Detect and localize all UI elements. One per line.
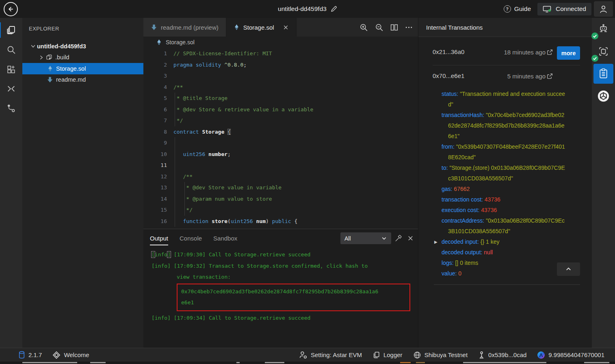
transaction-row[interactable]: 0x70...e6e15 minutes ago	[433, 65, 580, 89]
monitor-connected-icon	[543, 5, 552, 13]
right-activity-bar	[592, 18, 615, 348]
output-tab-sandbox[interactable]: Sandbox	[213, 235, 237, 242]
ide-window: untitled-dd459fd3 ? Guide Connected	[0, 0, 615, 364]
detail-row-logs: logs: [] 0 items	[442, 258, 566, 268]
code-text: function store(uint256 num) public {	[173, 216, 297, 227]
rename-pencil-icon[interactable]	[330, 6, 337, 13]
tree-item-readme-md[interactable]: readme.md	[22, 74, 143, 86]
transaction-time: 18 minutes ago	[477, 49, 546, 56]
openai-button[interactable]	[593, 86, 613, 106]
status-setting[interactable]: Setting: Astar EVM	[299, 351, 362, 359]
tree-item-Storage-sol[interactable]: Storage.sol	[22, 63, 143, 74]
wallet-pin-icon	[478, 351, 485, 359]
left-activity-bar	[0, 18, 22, 348]
log-filter-select[interactable]: All	[340, 232, 391, 244]
status-welcome[interactable]: Welcome	[52, 351, 89, 359]
transactions-panel: Internal Transactions 0x21...36a018 minu…	[418, 18, 592, 348]
indent-guide	[175, 216, 175, 227]
connected-button[interactable]: Connected	[537, 3, 591, 15]
tab-readme-md-preview-[interactable]: readme.md (preview)	[143, 18, 226, 37]
line-number: 14	[143, 193, 173, 205]
collapse-panels-button[interactable]	[0, 79, 22, 98]
split-editor-icon[interactable]	[390, 23, 398, 32]
status-label: Setting: Astar EVM	[311, 351, 362, 358]
detail-row-execution-cost: execution cost: 43736	[442, 205, 566, 215]
search-button[interactable]	[0, 40, 22, 59]
explorer-button[interactable]	[0, 20, 22, 40]
clipboard-icon	[598, 68, 609, 80]
line-number: 7	[143, 115, 173, 126]
status-label: 9.998564047670001	[548, 351, 604, 358]
status-version[interactable]: 2.1.7	[18, 351, 42, 359]
collapse-details-button[interactable]	[557, 262, 580, 276]
close-tab-icon[interactable]	[283, 24, 289, 30]
zoom-out-icon[interactable]	[375, 23, 384, 32]
transactions-button[interactable]	[593, 64, 613, 84]
status-network[interactable]: Shibuya Testnet	[413, 351, 468, 359]
editor-tabstrip: readme.md (preview)Storage.sol	[143, 18, 418, 37]
expander-triangle-icon[interactable]: ▶	[434, 237, 437, 247]
external-link-icon[interactable]	[546, 73, 553, 80]
git-button[interactable]	[0, 98, 22, 118]
output-panel: OutputConsoleSandbox All [info] [17:09:3…	[143, 229, 418, 348]
astar-token-icon	[537, 351, 545, 359]
transaction-details: status: "Transaction mined and execution…	[442, 89, 566, 279]
compile-button[interactable]	[593, 41, 613, 61]
help-icon: ?	[504, 5, 511, 13]
readme-file-icon	[151, 24, 157, 30]
indent-guide	[175, 182, 175, 193]
more-actions-icon[interactable]	[405, 23, 413, 32]
plugins-button[interactable]	[0, 59, 22, 79]
detail-row-to: to: "Storage.(store) 0x0130a06B28f0C89b0…	[442, 162, 566, 184]
transaction-hash-short[interactable]: 0x21...36a0	[433, 48, 464, 55]
log-line: [info] [17:09:32] Transact to Storage.st…	[152, 260, 418, 272]
file-tree: untitled-dd459fd3.buildStorage.solreadme…	[22, 41, 143, 85]
external-link-icon[interactable]	[546, 49, 553, 56]
back-button[interactable]	[4, 2, 18, 16]
status-logger[interactable]: Logger	[372, 351, 403, 359]
statusbar: 2.1.7Welcome Setting: Astar EVMLoggerShi…	[0, 348, 615, 362]
tree-item--build[interactable]: .build	[22, 52, 143, 63]
breadcrumb[interactable]: Storage.sol	[143, 37, 418, 48]
code-text: * @title Storage	[173, 93, 227, 104]
code-text: /**	[173, 82, 183, 93]
transaction-hash-link[interactable]: 0x70c4beb7ced6902ad3fbe0262de2874d8fc7f8…	[181, 286, 381, 308]
output-tab-output[interactable]: Output	[150, 235, 168, 242]
status-balance[interactable]: 9.998564047670001	[537, 351, 604, 359]
tab-Storage-sol[interactable]: Storage.sol	[226, 18, 297, 37]
files-icon	[6, 25, 16, 35]
line-number: 6	[143, 104, 173, 115]
database-icon	[18, 351, 25, 359]
status-account[interactable]: 0x539b...0cad	[478, 351, 526, 359]
assistant-button[interactable]	[593, 19, 613, 39]
guide-button[interactable]: ? Guide	[504, 5, 531, 13]
code-line: 7 */	[143, 115, 418, 126]
tree-root-folder[interactable]: untitled-dd459fd3	[22, 41, 143, 52]
transaction-hash-short[interactable]: 0x70...e6e1	[433, 72, 464, 79]
log-line: [info] [17:09:30] Call to Storage.retrie…	[152, 249, 418, 260]
more-button[interactable]: more	[557, 46, 580, 60]
titlebar: untitled-dd459fd3 ? Guide Connected	[0, 0, 615, 18]
solidity-file-icon	[47, 65, 53, 72]
line-number: 1	[143, 48, 173, 59]
avatar-button[interactable]	[594, 1, 613, 17]
cube-icon	[52, 351, 61, 359]
code-line: 6 * @dev Store & retrieve value in a var…	[143, 104, 418, 115]
indent-guide	[175, 137, 175, 149]
code-editor[interactable]: 1// SPDX-License-Identifier: MIT2pragma …	[143, 48, 418, 227]
detail-row-transactionHash: transactionHash: "0x70c4beb7ced6902ad3fb…	[442, 110, 566, 141]
transaction-row[interactable]: 0x21...36a018 minutes agomore	[433, 41, 580, 65]
search-icon	[6, 45, 16, 55]
detail-row-decoded-input[interactable]: ▶decoded input: {} 1 key	[442, 236, 566, 247]
line-number: 8	[143, 126, 173, 138]
line-number: 16	[143, 216, 173, 227]
output-tab-console[interactable]: Console	[180, 235, 202, 242]
code-line: 15 */	[143, 204, 418, 216]
collapse-icon	[6, 84, 16, 94]
detail-row-decoded-output: decoded output: null	[442, 247, 566, 258]
code-text: pragma solidity ^0.8.0;	[173, 59, 247, 71]
zoom-in-icon[interactable]	[359, 23, 368, 32]
close-panel-icon[interactable]	[407, 235, 414, 242]
git-branch-icon	[6, 103, 16, 113]
clear-logs-icon[interactable]	[394, 234, 402, 242]
